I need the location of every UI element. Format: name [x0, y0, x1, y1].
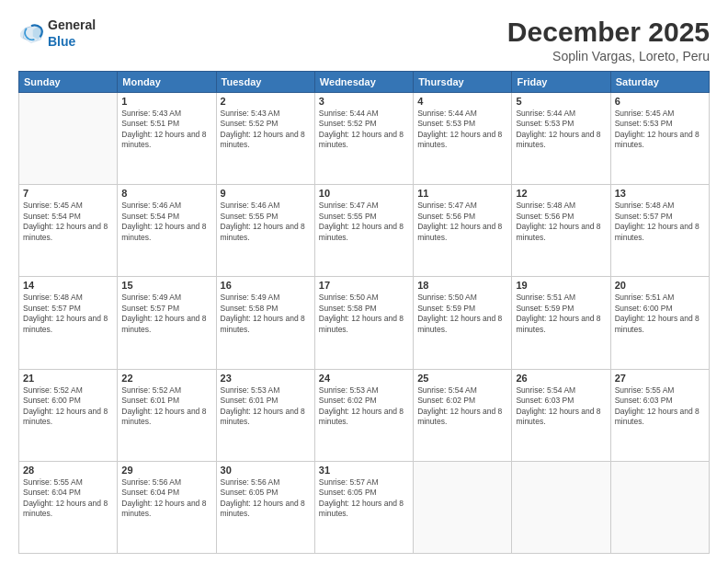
cell-info: Sunrise: 5:56 AMSunset: 6:05 PMDaylight:… — [221, 477, 311, 520]
cell-date-number: 14 — [23, 280, 113, 291]
table-row: 12Sunrise: 5:48 AMSunset: 5:56 PMDayligh… — [512, 185, 610, 277]
table-row — [610, 461, 709, 553]
table-row: 29Sunrise: 5:56 AMSunset: 6:04 PMDayligh… — [118, 461, 216, 553]
cell-date-number: 21 — [23, 373, 113, 384]
table-row: 6Sunrise: 5:45 AMSunset: 5:53 PMDaylight… — [610, 93, 709, 185]
cell-info: Sunrise: 5:44 AMSunset: 5:53 PMDaylight:… — [516, 109, 606, 151]
cell-date-number: 12 — [516, 188, 606, 199]
calendar-week-row: 1Sunrise: 5:43 AMSunset: 5:51 PMDaylight… — [19, 93, 710, 185]
table-row: 31Sunrise: 5:57 AMSunset: 6:05 PMDayligh… — [314, 461, 413, 553]
cell-date-number: 4 — [417, 96, 507, 107]
logo-blue: Blue — [48, 34, 75, 49]
table-row: 28Sunrise: 5:55 AMSunset: 6:04 PMDayligh… — [19, 461, 118, 553]
cell-info: Sunrise: 5:48 AMSunset: 5:57 PMDaylight:… — [23, 293, 113, 335]
cell-date-number: 2 — [221, 96, 311, 107]
header: General Blue December 2025 Soplin Vargas… — [18, 17, 710, 63]
table-row: 13Sunrise: 5:48 AMSunset: 5:57 PMDayligh… — [610, 185, 709, 277]
logo-general: General — [48, 17, 96, 32]
col-tuesday: Tuesday — [216, 72, 314, 93]
calendar-week-row: 28Sunrise: 5:55 AMSunset: 6:04 PMDayligh… — [19, 461, 710, 553]
cell-info: Sunrise: 5:44 AMSunset: 5:53 PMDaylight:… — [417, 109, 507, 151]
table-row: 5Sunrise: 5:44 AMSunset: 5:53 PMDaylight… — [512, 93, 610, 185]
cell-info: Sunrise: 5:47 AMSunset: 5:56 PMDaylight:… — [417, 201, 507, 243]
cell-date-number: 17 — [319, 280, 409, 291]
cell-date-number: 27 — [615, 373, 705, 384]
table-row: 11Sunrise: 5:47 AMSunset: 5:56 PMDayligh… — [414, 185, 512, 277]
cell-info: Sunrise: 5:48 AMSunset: 5:57 PMDaylight:… — [615, 201, 705, 243]
table-row: 24Sunrise: 5:53 AMSunset: 6:02 PMDayligh… — [314, 369, 413, 461]
cell-info: Sunrise: 5:45 AMSunset: 5:54 PMDaylight:… — [23, 201, 113, 243]
calendar-header-row: Sunday Monday Tuesday Wednesday Thursday… — [19, 72, 710, 93]
cell-date-number: 11 — [417, 188, 507, 199]
cell-info: Sunrise: 5:51 AMSunset: 5:59 PMDaylight:… — [516, 293, 606, 335]
logo: General Blue — [18, 17, 96, 50]
cell-info: Sunrise: 5:53 AMSunset: 6:01 PMDaylight:… — [221, 385, 311, 428]
table-row: 22Sunrise: 5:52 AMSunset: 6:01 PMDayligh… — [118, 369, 216, 461]
table-row: 25Sunrise: 5:54 AMSunset: 6:02 PMDayligh… — [414, 369, 512, 461]
logo-content: General Blue — [18, 17, 96, 50]
cell-info: Sunrise: 5:43 AMSunset: 5:52 PMDaylight:… — [221, 109, 311, 151]
col-sunday: Sunday — [19, 72, 118, 93]
table-row — [414, 461, 512, 553]
cell-date-number: 29 — [121, 465, 211, 476]
main-title: December 2025 — [507, 17, 710, 47]
table-row: 20Sunrise: 5:51 AMSunset: 6:00 PMDayligh… — [610, 277, 709, 369]
cell-date-number: 26 — [516, 373, 606, 384]
cell-date-number: 20 — [615, 280, 705, 291]
cell-date-number: 6 — [615, 96, 705, 107]
cell-info: Sunrise: 5:57 AMSunset: 6:05 PMDaylight:… — [319, 477, 409, 520]
cell-date-number: 31 — [319, 465, 409, 476]
col-monday: Monday — [118, 72, 216, 93]
page: General Blue December 2025 Soplin Vargas… — [0, 0, 728, 563]
cell-date-number: 13 — [615, 188, 705, 199]
cell-info: Sunrise: 5:54 AMSunset: 6:02 PMDaylight:… — [417, 385, 507, 428]
table-row: 9Sunrise: 5:46 AMSunset: 5:55 PMDaylight… — [216, 185, 314, 277]
cell-info: Sunrise: 5:49 AMSunset: 5:58 PMDaylight:… — [221, 293, 311, 335]
cell-info: Sunrise: 5:55 AMSunset: 6:04 PMDaylight:… — [23, 477, 113, 520]
logo-icon — [18, 22, 44, 44]
calendar-week-row: 7Sunrise: 5:45 AMSunset: 5:54 PMDaylight… — [19, 185, 710, 277]
cell-date-number: 22 — [121, 373, 211, 384]
cell-info: Sunrise: 5:51 AMSunset: 6:00 PMDaylight:… — [615, 293, 705, 335]
cell-info: Sunrise: 5:43 AMSunset: 5:51 PMDaylight:… — [121, 109, 211, 151]
table-row — [512, 461, 610, 553]
table-row: 21Sunrise: 5:52 AMSunset: 6:00 PMDayligh… — [19, 369, 118, 461]
table-row: 1Sunrise: 5:43 AMSunset: 5:51 PMDaylight… — [118, 93, 216, 185]
cell-date-number: 9 — [221, 188, 311, 199]
table-row: 14Sunrise: 5:48 AMSunset: 5:57 PMDayligh… — [19, 277, 118, 369]
cell-date-number: 8 — [121, 188, 211, 199]
cell-info: Sunrise: 5:53 AMSunset: 6:02 PMDaylight:… — [319, 385, 409, 428]
cell-info: Sunrise: 5:45 AMSunset: 5:53 PMDaylight:… — [615, 109, 705, 151]
table-row: 30Sunrise: 5:56 AMSunset: 6:05 PMDayligh… — [216, 461, 314, 553]
cell-info: Sunrise: 5:48 AMSunset: 5:56 PMDaylight:… — [516, 201, 606, 243]
col-friday: Friday — [512, 72, 610, 93]
cell-date-number: 24 — [319, 373, 409, 384]
cell-date-number: 23 — [221, 373, 311, 384]
table-row: 16Sunrise: 5:49 AMSunset: 5:58 PMDayligh… — [216, 277, 314, 369]
table-row: 3Sunrise: 5:44 AMSunset: 5:52 PMDaylight… — [314, 93, 413, 185]
cell-info: Sunrise: 5:52 AMSunset: 6:00 PMDaylight:… — [23, 385, 113, 428]
table-row: 2Sunrise: 5:43 AMSunset: 5:52 PMDaylight… — [216, 93, 314, 185]
table-row: 4Sunrise: 5:44 AMSunset: 5:53 PMDaylight… — [414, 93, 512, 185]
cell-date-number: 19 — [516, 280, 606, 291]
calendar-week-row: 21Sunrise: 5:52 AMSunset: 6:00 PMDayligh… — [19, 369, 710, 461]
table-row: 23Sunrise: 5:53 AMSunset: 6:01 PMDayligh… — [216, 369, 314, 461]
cell-date-number: 3 — [319, 96, 409, 107]
cell-info: Sunrise: 5:47 AMSunset: 5:55 PMDaylight:… — [319, 201, 409, 243]
calendar-table: Sunday Monday Tuesday Wednesday Thursday… — [18, 71, 710, 554]
col-wednesday: Wednesday — [314, 72, 413, 93]
table-row: 26Sunrise: 5:54 AMSunset: 6:03 PMDayligh… — [512, 369, 610, 461]
table-row: 17Sunrise: 5:50 AMSunset: 5:58 PMDayligh… — [314, 277, 413, 369]
col-saturday: Saturday — [610, 72, 709, 93]
title-block: December 2025 Soplin Vargas, Loreto, Per… — [507, 17, 710, 63]
cell-info: Sunrise: 5:46 AMSunset: 5:55 PMDaylight:… — [221, 201, 311, 243]
cell-info: Sunrise: 5:50 AMSunset: 5:58 PMDaylight:… — [319, 293, 409, 335]
table-row: 18Sunrise: 5:50 AMSunset: 5:59 PMDayligh… — [414, 277, 512, 369]
cell-date-number: 25 — [417, 373, 507, 384]
cell-date-number: 28 — [23, 465, 113, 476]
cell-date-number: 16 — [221, 280, 311, 291]
cell-info: Sunrise: 5:56 AMSunset: 6:04 PMDaylight:… — [121, 477, 211, 520]
cell-date-number: 18 — [417, 280, 507, 291]
cell-date-number: 30 — [221, 465, 311, 476]
cell-info: Sunrise: 5:44 AMSunset: 5:52 PMDaylight:… — [319, 109, 409, 151]
